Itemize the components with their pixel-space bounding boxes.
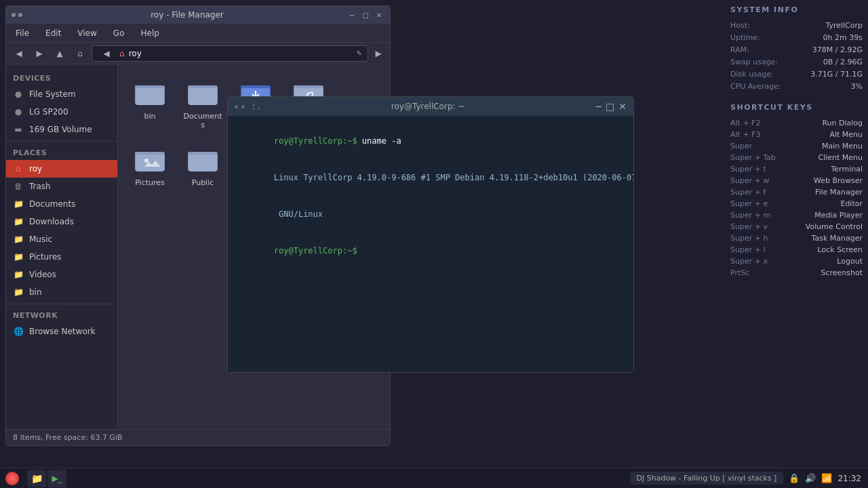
shortcut-row-2: Alt + F3 Alt Menu <box>730 130 863 139</box>
network-tray-icon[interactable]: 📶 <box>821 473 832 483</box>
sidebar-item-169gb[interactable]: ▬ 169 GB Volume <box>6 121 117 138</box>
folder-icon-documents <box>186 77 219 109</box>
close-button[interactable]: ✕ <box>374 9 384 20</box>
file-manager-titlebar: roy - File Manager ─ □ ✕ <box>6 6 390 24</box>
info-row-disk: Disk usage: 3.71G / 71.1G <box>730 70 863 79</box>
info-row-host: Host: TyrellCorp <box>730 21 863 30</box>
shortcut-keys-title: SHORTCUT KEYS <box>730 103 863 112</box>
taskbar-terminal-icon: ▶_ <box>52 474 62 483</box>
terminal-controls: ─ □ ✕ <box>596 102 627 111</box>
terminal-cmd-1: uname -a <box>357 136 401 146</box>
terminal-window: : . roy@TyrellCorp: ~ ─ □ ✕ roy@TyrellCo… <box>227 96 634 373</box>
up-button[interactable]: ▲ <box>51 45 68 62</box>
menu-go[interactable]: Go <box>109 27 129 39</box>
sidebar-label-trash: Trash <box>29 182 51 191</box>
shortcut-key-11: Super + h <box>730 234 768 243</box>
sidebar-item-documents[interactable]: 📁 Documents <box>6 195 117 213</box>
terminal-maximize-button[interactable]: □ <box>606 102 614 111</box>
info-value-swap: 0B / 2.96G <box>823 58 863 66</box>
roy-home-icon: ⌂ <box>13 163 24 174</box>
shortcut-action-2: Alt Menu <box>829 130 863 139</box>
sidebar-item-roy[interactable]: ⌂ roy <box>6 160 117 178</box>
back-button[interactable]: ◀ <box>10 45 28 62</box>
clock: 21:32 <box>837 474 861 483</box>
sidebar-item-trash[interactable]: 🗑 Trash <box>6 178 117 195</box>
shortcut-action-8: Editor <box>840 199 863 208</box>
terminal-output-1: Linux TyrellCorp 4.19.0-9-686 #1 SMP Deb… <box>274 173 633 182</box>
menu-file[interactable]: File <box>12 27 33 39</box>
shortcut-row-10: Super + v Volume Control <box>730 222 863 231</box>
forward-button[interactable]: ▶ <box>31 45 48 62</box>
svg-rect-2 <box>136 88 164 105</box>
volume-tray-icon[interactable]: 🔊 <box>805 473 816 483</box>
terminal-output-2: GNU/Linux <box>274 209 323 219</box>
taskbar-files-button[interactable]: 📁 <box>27 470 46 487</box>
maximize-button[interactable]: □ <box>360 9 371 20</box>
info-value-disk: 3.71G / 71.1G <box>810 70 863 79</box>
shortcut-action-4: Client Menu <box>818 153 863 162</box>
terminal-minimize-button[interactable]: ─ <box>596 102 601 111</box>
shield-tray-icon[interactable]: 🔒 <box>789 473 800 483</box>
shortcut-key-4: Super + Tab <box>730 153 776 162</box>
menu-edit[interactable]: Edit <box>41 27 65 39</box>
terminal-cursor <box>357 246 362 256</box>
folder-icon-bin <box>134 77 166 109</box>
terminal-body[interactable]: roy@TyrellCorp:~$ uname -a Linux TyrellC… <box>228 116 633 372</box>
info-row-cpu: CPU Average: 3% <box>730 82 863 91</box>
info-label-host: Host: <box>730 21 750 30</box>
window-controls: ─ □ ✕ <box>347 9 384 20</box>
sidebar-item-bin[interactable]: 📁 bin <box>6 283 117 301</box>
folder-icon-public <box>186 143 219 176</box>
minimize-button[interactable]: ─ <box>347 9 357 20</box>
network-icon: 🌐 <box>13 326 24 337</box>
terminal-title: roy@TyrellCorp: ~ <box>260 102 596 111</box>
sidebar: DEVICES ● File System ● LG SP200 ▬ 169 G… <box>6 64 118 429</box>
menu-view[interactable]: View <box>73 27 100 39</box>
file-label-documents: Documents <box>183 112 222 129</box>
file-item-bin[interactable]: bin <box>126 73 174 134</box>
shortcut-action-3: Main Menu <box>822 142 863 150</box>
sidebar-label-downloads: Downloads <box>29 217 74 226</box>
shortcut-row-9: Super + m Media Player <box>730 211 863 220</box>
menu-help[interactable]: Help <box>136 27 163 39</box>
terminal-line-2: Linux TyrellCorp 4.19.0-9-686 #1 SMP Deb… <box>235 159 627 196</box>
taskbar-terminal-button[interactable]: ▶_ <box>47 470 66 487</box>
address-prev-btn[interactable]: ◀ <box>98 45 115 62</box>
shortcut-row-6: Super + w Web Browser <box>730 176 863 185</box>
file-label-pictures: Pictures <box>135 178 165 187</box>
sidebar-label-documents: Documents <box>29 199 75 209</box>
network-section-title: NETWORK <box>6 307 117 323</box>
shortcut-key-8: Super + e <box>730 199 768 208</box>
sidebar-label-lg-sp200: LG SP200 <box>29 107 68 117</box>
sidebar-label-pictures: Pictures <box>29 252 62 262</box>
file-manager-title: roy - File Manager <box>28 10 347 20</box>
address-next-btn[interactable]: ▶ <box>371 46 386 61</box>
sidebar-label-roy: roy <box>29 164 42 174</box>
music-info: DJ Shadow - Falling Up [ vinyl stacks ] <box>630 472 784 485</box>
shortcut-key-9: Super + m <box>730 211 770 220</box>
shortcut-row-14: PrtSc Screenshot <box>730 268 863 277</box>
shortcut-key-2: Alt + F3 <box>730 130 760 139</box>
sidebar-item-pictures[interactable]: 📁 Pictures <box>6 248 117 266</box>
divider-2 <box>6 304 117 304</box>
address-path: roy <box>129 49 142 58</box>
file-item-pictures[interactable]: Pictures <box>126 139 174 191</box>
address-edit-button[interactable]: ✎ <box>357 49 362 57</box>
file-item-public[interactable]: Public <box>179 139 226 191</box>
svg-rect-5 <box>189 88 217 105</box>
shortcut-action-13: Logout <box>837 257 863 266</box>
sidebar-item-music[interactable]: 📁 Music <box>6 230 117 248</box>
start-button[interactable] <box>0 468 24 489</box>
file-item-documents[interactable]: Documents <box>179 73 226 134</box>
info-label-disk: Disk usage: <box>730 70 774 79</box>
home-button[interactable]: ⌂ <box>71 45 89 62</box>
desktop: roy - File Manager ─ □ ✕ File Edit View … <box>0 0 868 488</box>
taskbar-right: DJ Shadow - Falling Up [ vinyl stacks ] … <box>630 472 869 485</box>
sidebar-item-lg-sp200[interactable]: ● LG SP200 <box>6 103 117 121</box>
terminal-close-button[interactable]: ✕ <box>618 102 627 111</box>
shortcut-key-14: PrtSc <box>730 268 749 277</box>
sidebar-item-browse-network[interactable]: 🌐 Browse Network <box>6 323 117 340</box>
sidebar-item-file-system[interactable]: ● File System <box>6 85 117 103</box>
sidebar-item-downloads[interactable]: 📁 Downloads <box>6 213 117 230</box>
sidebar-item-videos[interactable]: 📁 Videos <box>6 266 117 283</box>
